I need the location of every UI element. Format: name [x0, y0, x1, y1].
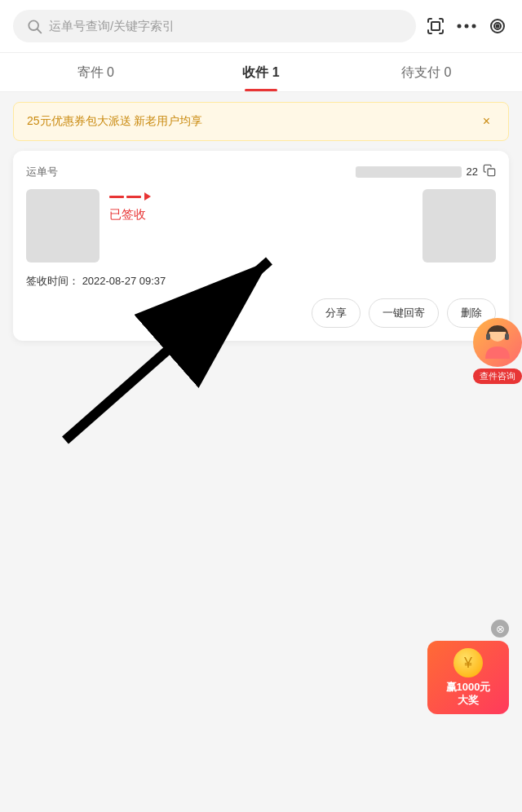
- svg-point-4: [465, 24, 469, 29]
- redpacket-image[interactable]: ¥ 赢1000元 大奖: [427, 641, 509, 714]
- svg-rect-8: [488, 169, 495, 176]
- share-button[interactable]: 分享: [312, 298, 361, 328]
- dash-1: [109, 196, 124, 198]
- tab-send[interactable]: 寄件 0: [13, 53, 179, 91]
- svg-point-7: [497, 25, 499, 28]
- card-actions: 分享 一键回寄 删除: [26, 298, 496, 328]
- package-image-left: [26, 189, 100, 263]
- customer-service-float[interactable]: 查件咨询: [473, 318, 522, 384]
- sign-time: 签收时间： 2022-08-27 09:37: [26, 274, 496, 289]
- redpacket-float[interactable]: ⊗ ¥ 赢1000元 大奖: [427, 620, 509, 714]
- svg-line-1: [38, 29, 42, 33]
- copy-icon[interactable]: [483, 164, 496, 179]
- svg-rect-12: [486, 333, 490, 340]
- redpacket-close-button[interactable]: ⊗: [491, 620, 509, 638]
- svg-rect-2: [431, 22, 440, 30]
- search-bar: 运单号查询/关键字索引: [0, 0, 522, 53]
- svg-point-3: [458, 24, 462, 29]
- search-input-wrap[interactable]: 运单号查询/关键字索引: [13, 10, 416, 42]
- status-area: [109, 192, 413, 201]
- cs-label: 查件咨询: [473, 368, 522, 384]
- tracking-label: 运单号: [26, 165, 58, 179]
- package-card: 运单号 22 已签收: [13, 151, 509, 341]
- rp-coin-icon: ¥: [453, 648, 483, 677]
- cs-avatar: [473, 318, 522, 367]
- tracking-number-area: 22: [356, 164, 496, 179]
- svg-point-5: [472, 24, 476, 29]
- rp-text-line2: 大奖: [458, 694, 479, 707]
- tracking-number-redacted: [356, 166, 462, 178]
- status-dashes: [109, 196, 141, 198]
- return-button[interactable]: 一键回寄: [369, 298, 439, 328]
- scan-icon[interactable]: [424, 15, 447, 38]
- promo-banner: 25元优惠券包大派送 新老用户均享 ×: [13, 102, 509, 141]
- tabs-bar: 寄件 0 收件 1 待支付 0: [0, 53, 522, 92]
- camera-icon[interactable]: [486, 15, 509, 38]
- more-icon[interactable]: [455, 15, 478, 38]
- card-info: 已签收: [109, 189, 413, 223]
- package-image-right: [422, 189, 496, 263]
- dash-2: [126, 196, 141, 198]
- search-placeholder: 运单号查询/关键字索引: [49, 19, 403, 34]
- status-label: 已签收: [109, 207, 413, 223]
- svg-rect-13: [505, 333, 509, 340]
- status-arrow: [144, 192, 151, 201]
- tab-receive[interactable]: 收件 1: [179, 53, 344, 91]
- search-icon: [26, 18, 42, 34]
- card-header: 运单号 22: [26, 164, 496, 179]
- rp-text-line1: 赢1000元: [446, 681, 491, 694]
- banner-close-button[interactable]: ×: [478, 113, 495, 130]
- card-body: 已签收: [26, 189, 496, 263]
- tracking-suffix: 22: [467, 165, 478, 178]
- tab-pending[interactable]: 待支付 0: [343, 53, 509, 91]
- banner-text: 25元优惠券包大派送 新老用户均享: [27, 114, 202, 129]
